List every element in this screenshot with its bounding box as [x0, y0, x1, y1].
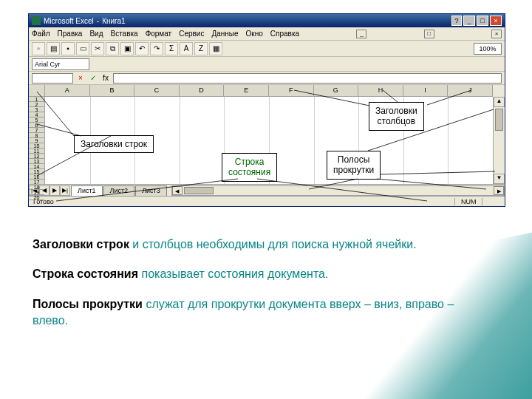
paste-icon[interactable]: ▣	[120, 42, 134, 55]
doc-restore-button[interactable]: □	[424, 30, 434, 38]
standard-toolbar: ▫ ▤ ▪ ▭ ✂ ⧉ ▣ ↶ ↷ Σ A Z ▦ 100%	[29, 41, 505, 57]
doc-name: Книга1	[102, 17, 125, 25]
scroll-down-icon[interactable]: ▼	[494, 174, 505, 184]
col-A[interactable]: A	[45, 85, 90, 96]
formula-input[interactable]	[113, 73, 502, 83]
vscroll-thumb[interactable]	[495, 109, 503, 131]
new-icon[interactable]: ▫	[32, 42, 45, 55]
column-headers[interactable]: A B C D E F G H I J	[45, 85, 493, 97]
menu-file[interactable]: Файл	[32, 30, 50, 38]
callout-row-headers: Заголовки строк	[74, 135, 154, 153]
save-icon[interactable]: ▪	[61, 42, 75, 55]
menu-view[interactable]: Вид	[89, 30, 103, 38]
cancel-formula-icon[interactable]: ×	[75, 73, 86, 83]
help-button[interactable]: ?	[451, 16, 462, 26]
menu-data[interactable]: Данные	[211, 30, 238, 38]
sheet-tab-2[interactable]: Лист2	[103, 185, 135, 196]
menu-insert[interactable]: Вставка	[110, 30, 137, 38]
select-all-corner[interactable]	[29, 85, 45, 97]
copy-icon[interactable]: ⧉	[106, 42, 119, 55]
redo-icon[interactable]: ↷	[150, 42, 163, 55]
callout-column-headers: Заголовки столбцов	[369, 102, 424, 131]
maximize-button[interactable]: □	[477, 16, 488, 26]
row-headers[interactable]: 1234567891011121314151617181920	[29, 97, 45, 184]
name-box[interactable]	[32, 73, 73, 83]
zoom-box[interactable]: 100%	[474, 43, 502, 55]
sheet-tab-3[interactable]: Лист3	[135, 185, 167, 196]
explanation-text: Заголовки строк и столбцов необходимы дл…	[33, 236, 491, 343]
tab-nav-next-icon[interactable]: ▶	[50, 185, 60, 196]
sort-asc-icon[interactable]: A	[180, 42, 193, 55]
callout-scrollbars: Полосы прокрутки	[327, 151, 381, 180]
app-name: Microsoft Excel	[44, 17, 94, 25]
scroll-left-icon[interactable]: ◀	[172, 186, 183, 195]
scroll-right-icon[interactable]: ▶	[494, 186, 504, 195]
menu-format[interactable]: Формат	[146, 30, 172, 38]
hscroll-thumb[interactable]	[184, 187, 214, 194]
vertical-scrollbar[interactable]: ▲ ▼	[493, 97, 505, 184]
col-I[interactable]: I	[403, 85, 449, 96]
open-icon[interactable]: ▤	[47, 42, 60, 55]
col-E[interactable]: E	[224, 85, 269, 96]
tab-nav-last-icon[interactable]: ▶|	[60, 185, 70, 196]
minimize-button[interactable]: _	[463, 16, 475, 26]
menubar: Файл Правка Вид Вставка Формат Сервис Да…	[29, 27, 505, 41]
menu-edit[interactable]: Правка	[58, 30, 83, 38]
menu-tools[interactable]: Сервис	[179, 30, 204, 38]
col-G[interactable]: G	[314, 85, 359, 96]
excel-icon	[32, 16, 41, 25]
undo-icon[interactable]: ↶	[135, 42, 149, 55]
scroll-up-icon[interactable]: ▲	[494, 97, 505, 107]
sum-icon[interactable]: Σ	[165, 42, 178, 55]
sheet-tab-1[interactable]: Лист1	[71, 185, 103, 196]
print-icon[interactable]: ▭	[76, 42, 89, 55]
doc-min-button[interactable]: _	[356, 30, 366, 38]
cut-icon[interactable]: ✂	[91, 42, 104, 55]
sheet-tab-row: |◀ ◀ ▶ ▶| Лист1 Лист2 Лист3 ◀ ▶	[29, 184, 505, 196]
chart-icon[interactable]: ▦	[209, 42, 222, 55]
col-D[interactable]: D	[180, 85, 225, 96]
titlebar: Microsoft Excel - Книга1 ? _ □ ×	[29, 14, 505, 27]
col-F[interactable]: F	[269, 85, 314, 96]
sort-desc-icon[interactable]: Z	[194, 42, 208, 55]
status-num: NUM	[454, 198, 482, 205]
callout-statusbar: Строка состояния	[222, 153, 277, 182]
accept-formula-icon[interactable]: ✓	[88, 73, 98, 83]
col-C[interactable]: C	[134, 85, 180, 96]
col-B[interactable]: B	[90, 85, 135, 96]
formula-bar: × ✓ fx	[29, 72, 505, 85]
close-button[interactable]: ×	[490, 16, 502, 26]
formatting-toolbar: Arial Cyr	[29, 57, 505, 72]
horizontal-scrollbar[interactable]: ◀ ▶	[171, 185, 505, 196]
menu-help[interactable]: Справка	[270, 30, 299, 38]
status-bar: Готово NUM	[29, 196, 505, 206]
menu-window[interactable]: Окно	[246, 30, 263, 38]
col-H[interactable]: H	[358, 85, 403, 96]
font-name-box[interactable]: Arial Cyr	[32, 58, 89, 70]
fx-icon[interactable]: fx	[100, 73, 111, 83]
col-J[interactable]: J	[448, 85, 493, 96]
doc-close-button[interactable]: ×	[491, 30, 502, 38]
